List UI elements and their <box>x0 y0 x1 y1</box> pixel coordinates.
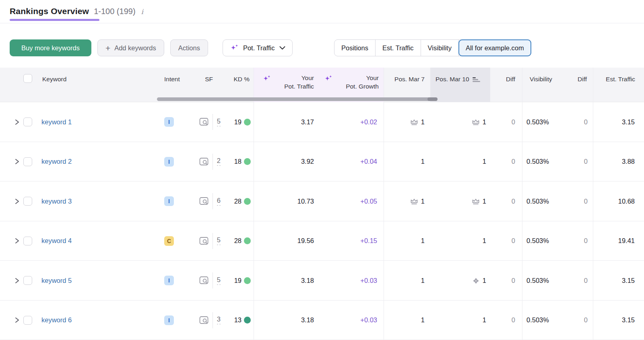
pot-growth-value: +0.05 <box>360 198 377 205</box>
kd-value: 19 <box>234 277 242 284</box>
diff-value: 0 <box>512 198 515 205</box>
info-icon[interactable]: i <box>140 8 143 16</box>
checkbox-cell <box>23 187 38 215</box>
kd-cell: 19 <box>222 108 254 136</box>
intent-badge: I <box>164 196 174 206</box>
serp-features-icon[interactable] <box>199 276 209 285</box>
pot-growth-value: +0.03 <box>360 277 377 284</box>
row-checkbox[interactable] <box>23 276 32 285</box>
est-traffic-cell: 10.68 <box>593 181 644 221</box>
kd-value: 19 <box>234 118 242 126</box>
pos-mar10-value: 1 <box>483 316 486 324</box>
buy-more-keywords-button[interactable]: Buy more keywords <box>10 39 91 56</box>
serp-features-icon[interactable] <box>199 236 209 246</box>
row-checkbox[interactable] <box>23 237 32 245</box>
expand-row-icon[interactable] <box>14 119 20 126</box>
horizontal-scrollbar-end[interactable] <box>427 97 438 101</box>
column-header-diff[interactable]: Diff <box>490 68 522 102</box>
diff-cell: 0 <box>490 306 522 334</box>
sf-count[interactable]: 2 <box>217 157 221 166</box>
pos-mar7-value: 1 <box>421 316 425 324</box>
sf-count[interactable]: 5 <box>217 237 221 245</box>
sf-count[interactable]: 3 <box>217 316 221 324</box>
sf-count[interactable]: 5 <box>217 276 221 285</box>
pos-mar7-cell: 1 <box>384 142 430 182</box>
diff-cell: 0 <box>560 148 593 176</box>
expand-row-icon[interactable] <box>14 237 20 244</box>
pos-mar10-cell: 1 <box>430 227 490 255</box>
visibility-value: 0.503% <box>526 118 549 126</box>
table-row: keyword 1 I 5 19 3.17 +0.02 1 <box>0 102 644 142</box>
kd-difficulty-dot <box>244 277 251 284</box>
row-checkbox[interactable] <box>23 117 32 126</box>
tab-est-traffic[interactable]: Est. Traffic <box>376 40 421 56</box>
diff-value: 0 <box>584 118 588 126</box>
tab-all-for-domain[interactable]: All for example.com <box>458 39 531 56</box>
pot-growth-cell: +0.05 <box>316 187 384 215</box>
row-checkbox[interactable] <box>23 157 32 166</box>
est-traffic-value: 3.88 <box>622 158 635 165</box>
serp-features-icon[interactable] <box>199 315 209 325</box>
column-header-visibility[interactable]: Visibility <box>522 68 560 102</box>
visibility-cell: 0.503% <box>522 221 560 261</box>
keyword-link[interactable]: keyword 1 <box>41 118 72 126</box>
page-header: Rankings Overview 1-100 (199) i <box>10 6 143 16</box>
select-all-checkbox[interactable] <box>23 74 32 83</box>
expander-cell <box>0 187 23 215</box>
pos-mar10-value: 1 <box>483 198 486 205</box>
row-checkbox[interactable] <box>23 316 32 325</box>
expand-row-icon[interactable] <box>14 158 20 165</box>
diff-value: 0 <box>584 158 588 165</box>
visibility-cell: 0.503% <box>522 181 560 221</box>
keyword-link[interactable]: keyword 2 <box>41 158 72 165</box>
intent-cell: I <box>159 306 186 334</box>
column-header-pos-mar10[interactable]: Pos. Mar 10 <box>430 68 490 102</box>
expander-cell <box>0 266 23 295</box>
column-header-diff[interactable]: Diff <box>560 68 593 102</box>
expand-row-icon[interactable] <box>14 317 20 324</box>
view-toggle-group: Positions Est. Traffic Visibility All fo… <box>334 39 531 56</box>
row-checkbox[interactable] <box>23 197 32 206</box>
pos-mar7-cell: 1 <box>384 102 430 142</box>
intent-cell: I <box>159 187 186 215</box>
keyword-link[interactable]: keyword 4 <box>41 237 72 245</box>
intent-badge: C <box>164 236 174 246</box>
sf-cell: 6 <box>186 187 222 215</box>
visibility-value: 0.503% <box>526 277 549 284</box>
expander-cell <box>0 227 23 255</box>
metric-dropdown[interactable]: Pot. Traffic <box>223 39 293 56</box>
expand-row-icon[interactable] <box>14 198 20 205</box>
kd-difficulty-dot <box>244 317 251 324</box>
pot-traffic-value: 10.73 <box>297 198 314 205</box>
pot-traffic-cell: 10.73 <box>254 181 316 221</box>
tab-visibility[interactable]: Visibility <box>421 40 459 56</box>
serp-feature-diamond-icon <box>471 276 481 286</box>
actions-button[interactable]: Actions <box>170 39 208 56</box>
tab-positions[interactable]: Positions <box>334 40 376 56</box>
pos-mar10-cell: 1 <box>430 187 490 215</box>
serp-features-icon[interactable] <box>199 196 209 206</box>
pos-mar10-value: 1 <box>483 118 486 126</box>
sf-count[interactable]: 6 <box>217 197 221 206</box>
serp-features-icon[interactable] <box>199 157 209 167</box>
pot-traffic-value: 3.18 <box>301 277 314 284</box>
keyword-link[interactable]: keyword 5 <box>41 277 72 284</box>
active-tab-underline <box>10 19 99 21</box>
pos-mar7-value: 1 <box>421 158 425 165</box>
visibility-cell: 0.503% <box>522 301 560 340</box>
kd-value: 28 <box>234 198 242 205</box>
keyword-cell: keyword 1 <box>38 108 159 136</box>
page-title: Rankings Overview <box>10 6 89 16</box>
keyword-link[interactable]: keyword 3 <box>41 198 72 205</box>
horizontal-scrollbar[interactable] <box>157 97 438 101</box>
expand-row-icon[interactable] <box>14 277 20 284</box>
pos-mar10-value: 1 <box>483 158 486 165</box>
intent-badge: I <box>164 276 174 285</box>
serp-features-icon[interactable] <box>199 117 209 127</box>
pot-traffic-value: 19.56 <box>297 237 314 245</box>
add-keywords-button[interactable]: + Add keywords <box>97 39 164 56</box>
column-header-est-traffic[interactable]: Est. Traffic <box>593 68 644 102</box>
sf-count[interactable]: 5 <box>217 118 221 126</box>
column-header-keyword[interactable]: Keyword <box>38 68 159 102</box>
keyword-link[interactable]: keyword 6 <box>41 316 72 324</box>
